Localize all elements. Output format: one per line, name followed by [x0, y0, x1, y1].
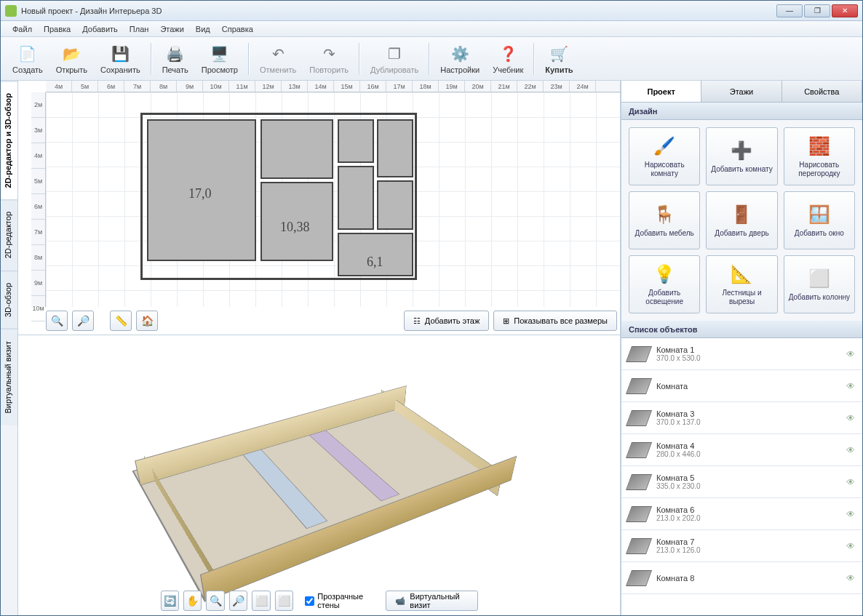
undo-icon: ↶ [268, 44, 288, 64]
visibility-icon[interactable]: 👁 [846, 509, 855, 519]
pan-button[interactable]: ✋ [183, 591, 202, 611]
room-6[interactable] [377, 119, 413, 177]
buy-button[interactable]: 🛒Купить [539, 39, 578, 79]
ruler-tick: 2м [31, 92, 45, 118]
menu-Добавить[interactable]: Добавить [76, 23, 124, 35]
visibility-icon[interactable]: 👁 [846, 349, 855, 359]
room-icon [626, 474, 652, 490]
object-item-3[interactable]: Комната 4280.0 x 446.0👁 [621, 434, 862, 466]
object-item-2[interactable]: Комната 3370.0 x 137.0👁 [621, 402, 862, 434]
menu-Правка[interactable]: Правка [38, 23, 76, 35]
minimize-button[interactable]: — [776, 4, 803, 17]
rtab-project[interactable]: Проект [621, 81, 701, 102]
zoom-out-3d-button[interactable]: 🔍 [206, 591, 224, 611]
open-button[interactable]: 📂Открыть [50, 39, 93, 79]
room-icon [626, 442, 652, 458]
redo-button[interactable]: ↷Повторить [303, 39, 354, 79]
object-item-4[interactable]: Комната 5335.0 x 230.0👁 [621, 466, 862, 498]
room-7[interactable] [377, 180, 413, 230]
ruler-button[interactable]: 📏 [110, 311, 132, 331]
menu-Этажи[interactable]: Этажи [154, 23, 189, 35]
room-8[interactable] [261, 119, 333, 179]
help-button[interactable]: ❓Учебник [487, 39, 529, 79]
menu-Файл[interactable]: Файл [7, 23, 38, 35]
add-door-button[interactable]: 🚪Добавить дверь [706, 191, 777, 249]
print-button[interactable]: 🖨️Печать [156, 39, 194, 79]
rtab-props[interactable]: Свойства [782, 81, 862, 102]
room-2[interactable]: 10,38 [261, 182, 333, 261]
draw-wall-button[interactable]: 🧱Нарисовать перегородку [784, 127, 855, 185]
zoom-in-button[interactable]: 🔎 [72, 311, 94, 331]
ruler-tick: 13м [282, 81, 308, 92]
vtab-combo[interactable]: 2D-редактор и 3D-обзор [1, 81, 17, 199]
object-item-5[interactable]: Комната 6213.0 x 202.0👁 [621, 498, 862, 530]
app-icon [5, 5, 17, 17]
dimensions-icon: ⊞ [503, 316, 509, 326]
ruler-tick: 5м [72, 81, 98, 92]
draw-wall-icon: 🧱 [808, 135, 831, 158]
add-floor-button[interactable]: ☷Добавить этаж [404, 311, 489, 331]
add-light-button[interactable]: 💡Добавить освещение [629, 255, 700, 313]
room-5[interactable] [338, 166, 374, 230]
add-furniture-button[interactable]: 🪑Добавить мебель [629, 191, 700, 249]
rtab-floors[interactable]: Этажи [701, 81, 782, 102]
room-4[interactable] [338, 119, 374, 163]
vtab-virtual[interactable]: Виртуальный визит [1, 329, 17, 425]
design-buttons: 🖌️Нарисовать комнату➕Добавить комнату🧱На… [621, 120, 862, 321]
visibility-icon[interactable]: 👁 [846, 445, 855, 455]
dup-button[interactable]: ❐Дублировать [365, 39, 424, 79]
visibility-icon[interactable]: 👁 [846, 541, 855, 551]
settings-label: Настройки [440, 65, 480, 74]
view-label: Просмотр [202, 65, 238, 74]
home-button[interactable]: 🏠 [136, 311, 158, 331]
menu-Вид[interactable]: Вид [190, 23, 216, 35]
settings-button[interactable]: ⚙️Настройки [434, 39, 485, 79]
virtual-visit-button[interactable]: 📹Виртуальный визит [386, 591, 477, 611]
undo-button[interactable]: ↶Отменить [254, 39, 302, 79]
menu-План[interactable]: План [124, 23, 155, 35]
add-window-button[interactable]: 🪟Добавить окно [784, 191, 855, 249]
room-1[interactable]: 17,0 [147, 119, 256, 261]
object-dimensions: 213.0 x 126.0 [656, 546, 839, 554]
create-button[interactable]: 📄Создать [7, 39, 49, 79]
ruler-tick: 10м [31, 296, 45, 321]
stairs-button[interactable]: 📐Лестницы и вырезы [706, 255, 777, 313]
3d-view[interactable]: 🔄 ✋ 🔍 🔎 ⬜ ⬜ Прозрачные стены 📹Виртуальны… [18, 335, 620, 615]
titlebar[interactable]: Новый проект - Дизайн Интерьера 3D — ❐ ✕ [1, 1, 862, 21]
2d-view[interactable]: 4м5м6м7м8м9м10м11м12м13м14м15м16м17м18м1… [18, 81, 620, 335]
visibility-icon[interactable]: 👁 [846, 573, 855, 583]
visibility-icon[interactable]: 👁 [846, 477, 855, 487]
room-3[interactable]: 6,1 [338, 233, 413, 276]
zoom-in-3d-button[interactable]: 🔎 [229, 591, 247, 611]
vtab-3d[interactable]: 3D-обзор [1, 271, 17, 329]
object-item-6[interactable]: Комната 7213.0 x 126.0👁 [621, 530, 862, 562]
add-room-button[interactable]: ➕Добавить комнату [706, 127, 777, 185]
object-item-0[interactable]: Комната 1370.0 x 530.0👁 [621, 338, 862, 370]
vtab-2d[interactable]: 2D-редактор [1, 199, 17, 270]
menu-Справка[interactable]: Справка [216, 23, 259, 35]
close-button[interactable]: ✕ [832, 4, 858, 17]
show-dimensions-button[interactable]: ⊞Показывать все размеры [493, 311, 617, 331]
3d-model[interactable] [132, 397, 511, 601]
2d-canvas[interactable]: 17,0 10,38 6,1 [46, 92, 620, 307]
extra-3d-button-2[interactable]: ⬜ [275, 591, 293, 611]
zoom-out-button[interactable]: 🔍 [46, 311, 68, 331]
main-toolbar: 📄Создать📂Открыть💾Сохранить🖨️Печать🖥️Прос… [1, 37, 862, 81]
save-button[interactable]: 💾Сохранить [95, 39, 146, 79]
draw-room-button[interactable]: 🖌️Нарисовать комнату [629, 127, 700, 185]
floorplan[interactable]: 17,0 10,38 6,1 [140, 113, 417, 280]
object-item-7[interactable]: Комната 8👁 [621, 562, 862, 594]
visibility-icon[interactable]: 👁 [846, 381, 855, 391]
save-label: Сохранить [100, 65, 140, 74]
right-tabs: ПроектЭтажиСвойства [621, 81, 862, 103]
object-item-1[interactable]: Комната👁 [621, 370, 862, 402]
extra-3d-button-1[interactable]: ⬜ [252, 591, 270, 611]
maximize-button[interactable]: ❐ [804, 4, 830, 17]
orbit-button[interactable]: 🔄 [160, 591, 178, 611]
view-button[interactable]: 🖥️Просмотр [196, 39, 244, 79]
add-column-button[interactable]: ⬜Добавить колонну [784, 255, 855, 313]
object-dimensions: 213.0 x 202.0 [656, 514, 839, 522]
transparent-walls-checkbox[interactable]: Прозрачные стены [305, 592, 374, 609]
visibility-icon[interactable]: 👁 [846, 413, 855, 423]
object-list[interactable]: Комната 1370.0 x 530.0👁Комната👁Комната 3… [621, 338, 862, 615]
